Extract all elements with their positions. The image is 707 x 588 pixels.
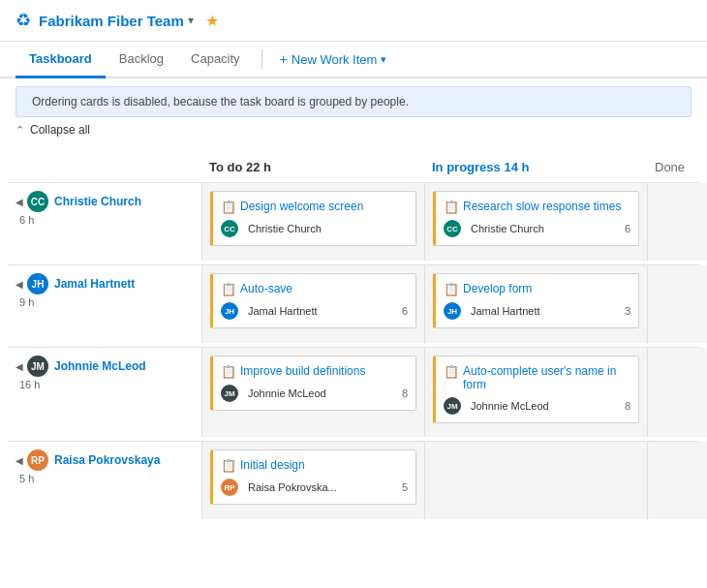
card-footer: JH Jamal Hartnett 3 [444,302,630,320]
person-section: ◀ RP Raisa Pokrovskaya 5 h 📋 Initial des… [8,441,699,519]
person-section: ◀ JH Jamal Hartnett 9 h 📋 Auto-save JH J… [8,264,699,343]
collapse-all-icon: ⌃ [15,124,24,137]
card[interactable]: 📋 Initial design RP Raisa Pokrovska... 5 [210,449,416,505]
person-section: ◀ JM Johnnie McLeod 16 h 📋 Improve build… [8,347,699,437]
done-cell-0 [647,183,707,261]
new-work-item-chevron-icon: ▾ [381,53,386,66]
card-avatar: CC [221,220,238,237]
person-info-0: ◀ CC Christie Church 6 h [8,183,201,261]
collapse-all-label: Collapse all [30,123,90,137]
person-name-row[interactable]: ◀ CC Christie Church [15,191,194,212]
task-icon: 📋 [221,282,236,296]
board-container: Ordering cards is disabled, because the … [0,78,707,531]
card-title-text: Improve build definitions [240,364,365,378]
person-hours: 9 h [19,296,194,308]
card-person: JM Johnnie McLeod [444,397,549,415]
card[interactable]: 📋 Research slow response times CC Christ… [433,191,639,246]
done-cell-1 [647,265,707,343]
card-person: CC Christie Church [221,220,322,237]
app-header: ♻ Fabrikam Fiber Team ▾ ★ Taskboard Back… [0,0,707,78]
person-avatar: CC [27,191,48,212]
card-person-name: Johnnie McLeod [471,400,549,412]
inprogress-cell-2: 📋 Auto-complete user's name in form JM J… [424,348,647,437]
card[interactable]: 📋 Develop form JH Jamal Hartnett 3 [433,273,639,328]
card-footer: JH Jamal Hartnett 6 [221,302,408,320]
person-name: Johnnie McLeod [54,359,146,373]
card[interactable]: 📋 Improve build definitions JM Johnnie M… [210,356,416,411]
card-title: 📋 Improve build definitions [221,364,408,379]
team-icon: ♻ [15,10,31,31]
card-title-text: Design welcome screen [240,200,363,213]
person-collapse-icon: ◀ [15,197,23,207]
card[interactable]: 📋 Auto-save JH Jamal Hartnett 6 [210,273,416,328]
person-name-row[interactable]: ◀ JM Johnnie McLeod [15,356,194,377]
person-avatar: JH [27,273,48,294]
card-person: CC Christie Church [444,220,544,237]
person-name: Christie Church [54,195,141,208]
card-title: 📋 Auto-save [221,282,408,296]
tab-taskboard[interactable]: Taskboard [15,42,106,78]
card-hours: 8 [402,387,408,399]
todo-cell-3: 📋 Initial design RP Raisa Pokrovska... 5 [201,442,424,519]
card-hours: 6 [625,223,630,234]
person-info-3: ◀ RP Raisa Pokrovskaya 5 h [8,442,201,519]
card-avatar: JH [221,302,238,320]
person-avatar: JM [27,356,48,377]
card-person-name: Christie Church [248,223,322,234]
inprogress-col-header: In progress 14 h [424,156,647,178]
person-name: Jamal Hartnett [54,277,135,291]
person-name-row[interactable]: ◀ RP Raisa Pokrovskaya [15,449,194,471]
card-person-name: Johnnie McLeod [248,387,326,399]
card-hours: 6 [402,305,408,317]
task-icon: 📋 [221,458,236,473]
todo-cell-1: 📋 Auto-save JH Jamal Hartnett 6 [201,265,424,343]
person-name-row[interactable]: ◀ JH Jamal Hartnett [15,273,194,294]
board-column-headers: To do 22 h In progress 14 h Done [8,152,699,182]
todo-cell-0: 📋 Design welcome screen CC Christie Chur… [201,183,424,261]
favorite-star-icon[interactable]: ★ [205,12,219,30]
collapse-all-row[interactable]: ⌃ Collapse all [8,117,699,142]
card[interactable]: 📋 Auto-complete user's name in form JM J… [433,356,639,423]
team-chevron-icon[interactable]: ▾ [188,14,194,27]
card-title-text: Auto-save [240,282,292,295]
card-avatar: JM [221,385,238,402]
card-person-name: Raisa Pokrovska... [248,481,337,493]
card-avatar: RP [221,479,238,496]
done-cell-2 [647,348,707,437]
inprogress-cell-1: 📋 Develop form JH Jamal Hartnett 3 [424,265,647,343]
card-title: 📋 Develop form [444,282,630,296]
tab-capacity[interactable]: Capacity [177,42,254,78]
card-hours: 8 [625,400,630,412]
task-icon: 📋 [444,200,459,214]
card-person-name: Christie Church [471,223,544,234]
card-hours: 5 [402,481,408,493]
card-title-text: Research slow response times [463,200,621,213]
task-icon: 📋 [221,364,236,379]
card-footer: JM Johnnie McLeod 8 [444,397,630,415]
new-work-item-label: New Work Item [292,52,378,67]
team-name[interactable]: Fabrikam Fiber Team [39,13,184,29]
card-title-text: Auto-complete user's name in form [463,364,630,391]
card-person-name: Jamal Hartnett [248,305,318,317]
person-collapse-icon: ◀ [15,455,23,466]
plus-icon: + [280,51,288,67]
card[interactable]: 📋 Design welcome screen CC Christie Chur… [210,191,416,246]
person-info-2: ◀ JM Johnnie McLeod 16 h [8,348,201,437]
card-footer: JM Johnnie McLeod 8 [221,385,408,402]
tab-backlog[interactable]: Backlog [106,42,177,78]
card-footer: RP Raisa Pokrovska... 5 [221,479,408,496]
card-title: 📋 Design welcome screen [221,200,408,214]
person-hours: 16 h [19,379,194,390]
done-col-header: Done [647,156,707,178]
info-bar: Ordering cards is disabled, because the … [15,86,692,117]
task-icon: 📋 [444,364,459,379]
card-hours: 3 [625,305,630,317]
task-icon: 📋 [221,200,236,214]
card-person: JH Jamal Hartnett [221,302,318,320]
card-footer: CC Christie Church [221,220,408,237]
card-title-text: Initial design [240,458,305,472]
inprogress-cell-3 [424,442,647,519]
todo-col-header: To do 22 h [201,156,424,178]
new-work-item-button[interactable]: + New Work Item ▾ [270,46,397,73]
person-section: ◀ CC Christie Church 6 h 📋 Design welcom… [8,182,699,261]
